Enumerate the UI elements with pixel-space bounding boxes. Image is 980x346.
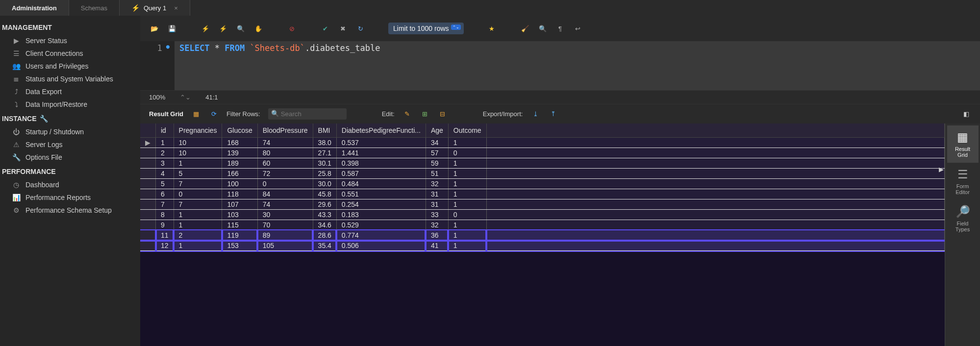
cell[interactable]: 35.4: [313, 241, 336, 251]
cell[interactable]: 1: [448, 220, 486, 230]
cancel-query-icon[interactable]: ⊘: [286, 23, 297, 34]
cell[interactable]: 1: [448, 241, 486, 251]
cell[interactable]: 107: [222, 199, 257, 210]
cell[interactable]: 0.398: [336, 158, 426, 169]
cell[interactable]: 34.6: [313, 220, 336, 230]
cell[interactable]: 89: [257, 230, 313, 241]
cell[interactable]: 43.3: [313, 210, 336, 220]
table-row[interactable]: 811033043.30.183330: [140, 210, 945, 220]
cell[interactable]: 28.6: [313, 230, 336, 241]
tab-query-1[interactable]: ⚡ Query 1 ×: [120, 0, 190, 16]
cell[interactable]: 84: [257, 189, 313, 199]
sidebar-item-performance-schema-setup[interactable]: ⚙ Performance Schema Setup: [0, 204, 140, 217]
sidebar-item-status-vars[interactable]: ≣ Status and System Variables: [0, 73, 140, 85]
cell[interactable]: 7: [174, 179, 222, 189]
cell[interactable]: 1: [448, 158, 486, 169]
cell[interactable]: 36: [426, 230, 448, 241]
commit-icon[interactable]: ✔: [320, 23, 330, 34]
cell[interactable]: 34: [426, 138, 448, 148]
cell[interactable]: 0.551: [336, 189, 426, 199]
grid-view-icon[interactable]: ▦: [191, 109, 201, 119]
cell[interactable]: 30.1: [313, 158, 336, 169]
autocommit-icon[interactable]: ↻: [355, 23, 366, 34]
find-icon[interactable]: 🔍: [537, 23, 548, 34]
cell[interactable]: 7: [156, 199, 174, 210]
cell[interactable]: 72: [257, 169, 313, 179]
cell[interactable]: 0.529: [336, 220, 426, 230]
cell[interactable]: 189: [222, 158, 257, 169]
cell[interactable]: 57: [426, 148, 448, 158]
table-row[interactable]: 57100030.00.484321: [140, 179, 945, 189]
cell[interactable]: 115: [222, 220, 257, 230]
cell[interactable]: 1.441: [336, 148, 426, 158]
cell[interactable]: 1: [448, 199, 486, 210]
sidebar-item-options-file[interactable]: 🔧 Options File: [0, 151, 140, 164]
column-header[interactable]: Glucose: [222, 124, 257, 138]
cell[interactable]: 31: [426, 199, 448, 210]
cell[interactable]: 0: [448, 210, 486, 220]
cell[interactable]: 168: [222, 138, 257, 148]
tab-schemas[interactable]: Schemas: [69, 0, 120, 16]
cell[interactable]: 8: [156, 210, 174, 220]
explain-icon[interactable]: 🔍: [235, 23, 246, 34]
cell[interactable]: 30.0: [313, 179, 336, 189]
table-row[interactable]: 1121198928.60.774361: [140, 230, 945, 241]
cell[interactable]: 119: [222, 230, 257, 241]
cell[interactable]: 29.6: [313, 199, 336, 210]
table-row[interactable]: 911157034.60.529321: [140, 220, 945, 230]
cell[interactable]: 2: [174, 230, 222, 241]
cell[interactable]: 6: [156, 189, 174, 199]
table-row[interactable]: 601188445.80.551311: [140, 189, 945, 199]
rail-field-types[interactable]: 🔎 Field Types: [947, 200, 979, 237]
cell[interactable]: 32: [426, 220, 448, 230]
rollback-icon[interactable]: ✖: [337, 23, 348, 34]
rail-form-editor[interactable]: ☰ Form Editor: [947, 163, 979, 200]
cell[interactable]: 1: [448, 189, 486, 199]
cell[interactable]: 0.183: [336, 210, 426, 220]
export-resultset-icon[interactable]: ⤓: [530, 109, 540, 119]
cell[interactable]: 4: [156, 169, 174, 179]
tab-administration[interactable]: Administration: [0, 0, 69, 16]
table-row[interactable]: 771077429.60.254311: [140, 199, 945, 210]
column-header[interactable]: DiabetesPedigreeFuncti...: [336, 124, 426, 138]
cell[interactable]: 1: [174, 210, 222, 220]
cell[interactable]: 41: [426, 241, 448, 251]
cell[interactable]: 0.587: [336, 169, 426, 179]
cell[interactable]: 153: [222, 241, 257, 251]
cell[interactable]: 45.8: [313, 189, 336, 199]
column-header[interactable]: BMI: [313, 124, 336, 138]
sidebar-item-data-import[interactable]: ⤵ Data Import/Restore: [0, 98, 140, 111]
cell[interactable]: 10: [174, 148, 222, 158]
cell[interactable]: 5: [174, 169, 222, 179]
cell[interactable]: 1: [448, 230, 486, 241]
edit-row-icon[interactable]: ✎: [402, 109, 412, 119]
sidebar-item-server-status[interactable]: ▶ Server Status: [0, 34, 140, 47]
table-row[interactable]: 451667225.80.587511: [140, 169, 945, 179]
sidebar-item-server-logs[interactable]: ⚠ Server Logs: [0, 138, 140, 151]
column-header[interactable]: id: [156, 124, 174, 138]
cell[interactable]: 0: [448, 148, 486, 158]
expand-panel-icon[interactable]: ▶: [939, 166, 944, 173]
cell[interactable]: 7: [174, 199, 222, 210]
cell[interactable]: 0.774: [336, 230, 426, 241]
column-header[interactable]: BloodPressure: [257, 124, 313, 138]
sql-editor[interactable]: 1 ● SELECT * FROM `Sheets-db`.diabetes_t…: [140, 41, 980, 90]
execute-step-icon[interactable]: ⚡: [218, 23, 228, 34]
cell[interactable]: 0.484: [336, 179, 426, 189]
table-row[interactable]: ▶1101687438.00.537341: [140, 138, 945, 148]
rail-result-grid[interactable]: ▦ Result Grid: [947, 125, 979, 163]
cell[interactable]: 2: [156, 148, 174, 158]
cell[interactable]: 51: [426, 169, 448, 179]
column-header[interactable]: Age: [426, 124, 448, 138]
column-header[interactable]: Pregnancies: [174, 124, 222, 138]
cell[interactable]: 1: [156, 138, 174, 148]
cell[interactable]: 12: [156, 241, 174, 251]
sidebar-item-performance-reports[interactable]: 📊 Performance Reports: [0, 191, 140, 204]
close-icon[interactable]: ×: [174, 4, 178, 12]
cell[interactable]: 0.506: [336, 241, 426, 251]
favorite-icon[interactable]: ★: [486, 23, 497, 34]
cell[interactable]: 105: [257, 241, 313, 251]
sidebar-item-client-connections[interactable]: ☰ Client Connections: [0, 47, 140, 60]
cell[interactable]: 9: [156, 220, 174, 230]
cell[interactable]: 31: [426, 189, 448, 199]
